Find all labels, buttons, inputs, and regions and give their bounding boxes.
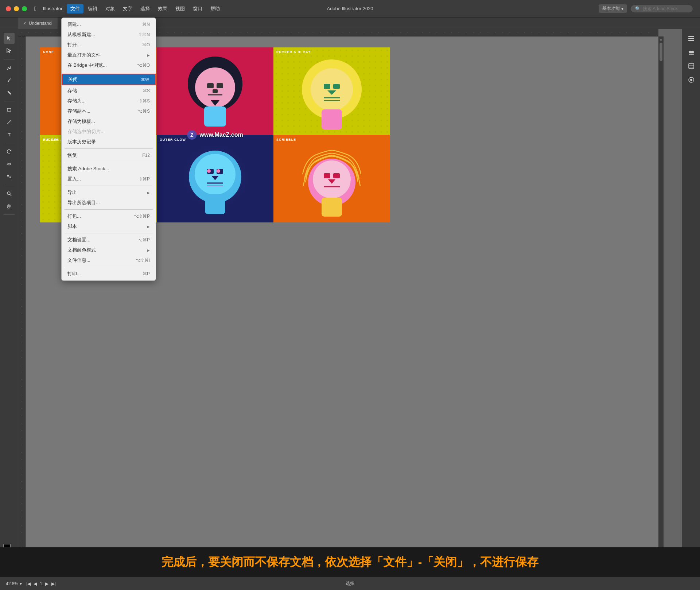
menu-scripts[interactable]: 脚本 bbox=[62, 221, 156, 232]
type-tool[interactable]: T bbox=[4, 129, 15, 140]
menu-open-shortcut: ⌘O bbox=[142, 42, 150, 47]
svg-rect-30 bbox=[217, 83, 223, 88]
menu-export[interactable]: 导出 bbox=[62, 187, 156, 198]
scroll-up-arrow[interactable]: ▲ bbox=[659, 37, 663, 41]
tool-separator-4 bbox=[4, 185, 15, 185]
pen-tool[interactable] bbox=[4, 62, 15, 73]
menu-doc-color[interactable]: 文档颜色模式 bbox=[62, 245, 156, 255]
rotate-tool[interactable] bbox=[4, 146, 15, 157]
menu-save-template-label: 存储为模板... bbox=[67, 118, 95, 125]
svg-rect-79 bbox=[324, 173, 330, 178]
menu-print[interactable]: 打印... ⌘P bbox=[62, 269, 156, 279]
close-button[interactable] bbox=[6, 6, 11, 11]
svg-rect-86 bbox=[688, 40, 694, 41]
menu-close[interactable]: 关闭 ⌘W bbox=[62, 74, 156, 85]
svg-rect-88 bbox=[689, 52, 694, 53]
menu-new-template[interactable]: 从模板新建... ⇧⌘N bbox=[62, 30, 156, 40]
menu-print-label: 打印... bbox=[67, 271, 81, 277]
workspace-selector[interactable]: 基本功能 ▾ bbox=[599, 4, 627, 13]
menu-new[interactable]: 新建... ⌘N bbox=[62, 19, 156, 30]
menu-save-template[interactable]: 存储为模板... bbox=[62, 116, 156, 127]
menu-window[interactable]: 窗口 bbox=[189, 4, 206, 13]
select-tool[interactable] bbox=[4, 33, 15, 44]
tab-close-icon[interactable]: × bbox=[23, 21, 26, 26]
menu-effect[interactable]: 效果 bbox=[154, 4, 171, 13]
menu-illustrator[interactable]: Illustrator bbox=[39, 4, 66, 13]
file-menu-dropdown[interactable]: 新建... ⌘N 从模板新建... ⇧⌘N 打开... ⌘O 最近打开的文件 在… bbox=[61, 18, 156, 281]
menu-place-label: 置入... bbox=[67, 176, 81, 182]
menu-new-template-label: 从模板新建... bbox=[67, 31, 95, 38]
direct-select-tool[interactable] bbox=[4, 45, 15, 56]
appearance-panel-icon[interactable] bbox=[686, 74, 697, 85]
menu-search-stock[interactable]: 搜索 Adobe Stock... bbox=[62, 164, 156, 174]
title-bar:  Illustrator 文件 编辑 对象 文字 选择 效果 视图 窗口 帮助… bbox=[0, 0, 700, 18]
svg-rect-83 bbox=[322, 198, 342, 217]
separator-7 bbox=[65, 267, 153, 267]
menu-save-slices-label: 存储选中的切片... bbox=[67, 128, 105, 135]
menu-file[interactable]: 文件 bbox=[67, 4, 83, 13]
menu-doc-setup-label: 文档设置... bbox=[67, 237, 90, 243]
cell-1 bbox=[157, 47, 273, 135]
zoom-control[interactable]: 42.8% ▾ bbox=[6, 581, 22, 586]
warp-tool[interactable] bbox=[4, 159, 15, 170]
brush-tool[interactable] bbox=[4, 75, 15, 86]
zoom-dropdown-icon[interactable]: ▾ bbox=[20, 581, 22, 586]
menu-package[interactable]: 打包... ⌥⇧⌘P bbox=[62, 211, 156, 221]
menu-file-info[interactable]: 文件信息... ⌥⇧⌘I bbox=[62, 255, 156, 265]
lion-illustration-1 bbox=[157, 47, 273, 135]
minimize-button[interactable] bbox=[14, 6, 19, 11]
menu-place[interactable]: 置入... ⇧⌘P bbox=[62, 174, 156, 184]
menu-recent[interactable]: 最近打开的文件 bbox=[62, 50, 156, 60]
status-bar: 42.8% ▾ |◀ ◀ 1 ▶ ▶| 选择 bbox=[0, 577, 700, 590]
menu-save-shortcut: ⌘S bbox=[143, 88, 150, 93]
menu-export-label: 导出 bbox=[67, 189, 77, 196]
menu-file-info-shortcut: ⌥⇧⌘I bbox=[136, 258, 150, 263]
search-bar[interactable]: 🔍 bbox=[631, 5, 693, 12]
rect-tool[interactable] bbox=[4, 104, 15, 115]
nav-first-icon[interactable]: |◀ bbox=[26, 581, 31, 586]
layers-panel-icon[interactable] bbox=[686, 47, 697, 58]
svg-rect-7 bbox=[9, 176, 11, 178]
menu-help[interactable]: 帮助 bbox=[207, 4, 223, 13]
menu-bridge-label: 在 Bridge 中浏览... bbox=[67, 62, 107, 69]
zoom-tool[interactable] bbox=[4, 188, 15, 199]
nav-prev-icon[interactable]: ◀ bbox=[34, 581, 37, 586]
menu-select[interactable]: 选择 bbox=[137, 4, 153, 13]
menu-save-copy[interactable]: 存储副本... ⌥⌘S bbox=[62, 106, 156, 116]
menu-edit[interactable]: 编辑 bbox=[84, 4, 101, 13]
svg-rect-34 bbox=[204, 106, 226, 127]
menu-save-as[interactable]: 存储为... ⇧⌘S bbox=[62, 96, 156, 106]
tool-separator-2 bbox=[4, 101, 15, 101]
svg-rect-80 bbox=[333, 173, 340, 178]
properties-panel-icon[interactable] bbox=[686, 33, 697, 44]
menu-open[interactable]: 打开... ⌘O bbox=[62, 40, 156, 50]
search-input[interactable] bbox=[643, 6, 687, 11]
menu-doc-color-label: 文档颜色模式 bbox=[67, 247, 96, 253]
menu-save[interactable]: 存储 ⌘S bbox=[62, 86, 156, 96]
menu-version-history[interactable]: 版本历史记录 bbox=[62, 137, 156, 147]
menu-recent-label: 最近打开的文件 bbox=[67, 52, 101, 58]
scroll-thumb-vertical[interactable] bbox=[660, 43, 662, 61]
menu-bar: Illustrator 文件 编辑 对象 文字 选择 效果 视图 窗口 帮助 bbox=[39, 4, 223, 13]
menu-new-shortcut: ⌘N bbox=[142, 22, 150, 27]
nav-last-icon[interactable]: ▶| bbox=[51, 581, 56, 586]
line-tool[interactable] bbox=[4, 117, 15, 128]
hand-tool[interactable] bbox=[4, 201, 15, 211]
menu-new-template-shortcut: ⇧⌘N bbox=[139, 32, 150, 37]
nav-next-icon[interactable]: ▶ bbox=[45, 581, 48, 586]
blend-tool[interactable] bbox=[4, 171, 15, 182]
menu-object[interactable]: 对象 bbox=[102, 4, 118, 13]
menu-doc-setup[interactable]: 文档设置... ⌥⌘P bbox=[62, 235, 156, 245]
pencil-tool[interactable] bbox=[4, 87, 15, 98]
menu-export-selected[interactable]: 导出所选项目... bbox=[62, 198, 156, 208]
menu-text[interactable]: 文字 bbox=[119, 4, 136, 13]
menu-bridge[interactable]: 在 Bridge 中浏览... ⌥⌘O bbox=[62, 60, 156, 70]
document-tab[interactable]: × Understandi bbox=[18, 18, 58, 29]
svg-rect-75 bbox=[205, 194, 225, 214]
menu-view[interactable]: 视图 bbox=[172, 4, 188, 13]
maximize-button[interactable] bbox=[22, 6, 27, 11]
menu-package-label: 打包... bbox=[67, 213, 81, 220]
scrollbar-vertical[interactable]: ▲ ▼ bbox=[658, 36, 664, 577]
libraries-panel-icon[interactable] bbox=[686, 61, 697, 71]
menu-revert[interactable]: 恢复 F12 bbox=[62, 150, 156, 160]
